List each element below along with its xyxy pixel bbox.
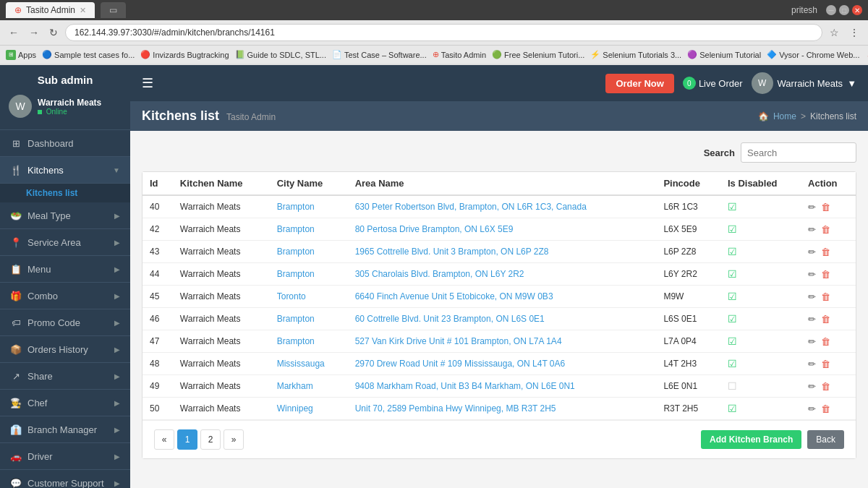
branch-manager-label: Branch Manager bbox=[27, 424, 97, 435]
bookmark-star[interactable]: ☆ bbox=[827, 25, 842, 40]
avatar: W bbox=[9, 95, 32, 118]
cell-area[interactable]: 60 Cottrelle Blvd. Unit 23 Brampton, ON … bbox=[348, 308, 657, 330]
cell-city[interactable]: Brampton bbox=[270, 330, 348, 353]
cell-area[interactable]: Unit 70, 2589 Pembina Hwy Winnipeg, MB R… bbox=[348, 398, 657, 420]
edit-icon[interactable]: ✏ bbox=[808, 403, 816, 414]
bookmark-7[interactable]: ⚡ Selenium Tutorials 3... bbox=[590, 50, 681, 59]
cell-city[interactable]: Brampton bbox=[270, 308, 348, 330]
cell-city[interactable]: Brampton bbox=[270, 263, 348, 286]
edit-icon[interactable]: ✏ bbox=[808, 336, 816, 347]
pagination-next[interactable]: » bbox=[224, 429, 244, 450]
delete-icon[interactable]: 🗑 bbox=[821, 269, 830, 280]
address-bar[interactable]: 162.144.39.97:3030/#/admin/kitchen/branc… bbox=[65, 24, 822, 41]
sidebar-item-kitchens-list[interactable]: Kitchens list bbox=[0, 184, 130, 202]
delete-icon[interactable]: 🗑 bbox=[821, 314, 830, 325]
cell-area[interactable]: 6640 Finch Avenue Unit 5 Etobicoke, ON M… bbox=[348, 286, 657, 308]
edit-icon[interactable]: ✏ bbox=[808, 224, 816, 235]
cell-city[interactable]: Brampton bbox=[270, 218, 348, 241]
kitchens-icon: 🍴 bbox=[10, 164, 22, 176]
delete-icon[interactable]: 🗑 bbox=[821, 359, 830, 369]
sidebar-item-service-area[interactable]: 📍 Service Area ▶ bbox=[0, 229, 130, 256]
bookmark-3[interactable]: 📗 Guide to SDLC, STL... bbox=[235, 50, 326, 59]
sidebar-item-meal-type[interactable]: 🥗 Meal Type ▶ bbox=[0, 202, 130, 229]
pagination-prev[interactable]: « bbox=[154, 429, 174, 450]
delete-icon[interactable]: 🗑 bbox=[821, 291, 830, 302]
chef-label: Chef bbox=[27, 398, 47, 408]
sidebar-item-kitchens[interactable]: 🍴 Kitchens ▼ bbox=[0, 157, 130, 184]
live-order-button[interactable]: 0 Live Order bbox=[683, 77, 743, 90]
bookmark-8[interactable]: 🟣 Selenium Tutorial bbox=[687, 50, 761, 59]
dashboard-icon: ⊞ bbox=[10, 137, 22, 149]
inactive-tab[interactable]: ▭ bbox=[101, 2, 126, 18]
delete-icon[interactable]: 🗑 bbox=[821, 202, 830, 213]
bookmark-2[interactable]: 🔴 Invizards Bugtracking bbox=[140, 50, 229, 59]
back-nav-button[interactable]: ← bbox=[6, 25, 22, 40]
sidebar-item-driver[interactable]: 🚗 Driver ▶ bbox=[0, 443, 130, 470]
cell-action: ✏ 🗑 bbox=[801, 218, 856, 241]
maximize-button[interactable]: □ bbox=[839, 5, 849, 15]
sidebar-item-dashboard[interactable]: ⊞ Dashboard bbox=[0, 130, 130, 157]
edit-icon[interactable]: ✏ bbox=[808, 202, 816, 213]
delete-icon[interactable]: 🗑 bbox=[821, 247, 830, 257]
edit-icon[interactable]: ✏ bbox=[808, 269, 816, 280]
cell-area[interactable]: 630 Peter Robertson Blvd, Brampton, ON L… bbox=[348, 195, 657, 218]
bookmark-apps[interactable]: ⊞ Apps bbox=[6, 50, 36, 60]
col-id: Id bbox=[142, 172, 173, 195]
settings-icon[interactable]: ⋮ bbox=[846, 25, 862, 40]
bookmark-9[interactable]: 🔷 Vysor - Chrome Web... bbox=[767, 50, 859, 59]
user-menu[interactable]: W Warraich Meats ▼ bbox=[752, 72, 856, 94]
delete-icon[interactable]: 🗑 bbox=[821, 381, 830, 392]
cell-area[interactable]: 527 Van Kirk Drive Unit # 101 Brampton, … bbox=[348, 330, 657, 353]
cell-area[interactable]: 2970 Drew Road Unit # 109 Mississauga, O… bbox=[348, 353, 657, 375]
pagination-page-2[interactable]: 2 bbox=[200, 429, 221, 450]
tab-close-icon[interactable]: ✕ bbox=[80, 6, 86, 15]
bookmark-1[interactable]: 🔵 Sample test cases fo... bbox=[42, 50, 135, 59]
edit-icon[interactable]: ✏ bbox=[808, 381, 816, 392]
refresh-button[interactable]: ↻ bbox=[46, 25, 61, 40]
cell-city[interactable]: Winnipeg bbox=[270, 398, 348, 420]
close-button[interactable]: ✕ bbox=[852, 5, 862, 15]
cell-city[interactable]: Brampton bbox=[270, 195, 348, 218]
sidebar-item-share[interactable]: ↗ Share ▶ bbox=[0, 363, 130, 390]
sidebar-item-chef[interactable]: 👨‍🍳 Chef ▶ bbox=[0, 390, 130, 416]
pagination-page-1[interactable]: 1 bbox=[177, 429, 197, 450]
cell-city[interactable]: Brampton bbox=[270, 241, 348, 263]
cell-area[interactable]: 1965 Cottrelle Blvd. Unit 3 Brampton, ON… bbox=[348, 241, 657, 263]
cell-area[interactable]: 80 Pertosa Drive Brampton, ON L6X 5E9 bbox=[348, 218, 657, 241]
edit-icon[interactable]: ✏ bbox=[808, 359, 816, 369]
edit-icon[interactable]: ✏ bbox=[808, 291, 816, 302]
cell-city[interactable]: Markham bbox=[270, 375, 348, 398]
forward-nav-button[interactable]: → bbox=[26, 25, 42, 40]
content-area: Search Id Kitchen Name City Name Area Na… bbox=[130, 131, 868, 471]
active-tab[interactable]: ⊕ Tasito Admin ✕ bbox=[6, 2, 95, 18]
cell-area[interactable]: 9408 Markham Road, Unit B3 B4 Markham, O… bbox=[348, 375, 657, 398]
back-button[interactable]: Back bbox=[807, 430, 844, 449]
order-now-button[interactable]: Order Now bbox=[605, 74, 673, 93]
bookmark-10[interactable]: 🔺 17 Testing Tools for... bbox=[865, 50, 868, 59]
add-kitchen-button[interactable]: Add Kitchen Branch bbox=[701, 430, 801, 449]
sidebar-item-orders-history[interactable]: 📦 Orders History ▶ bbox=[0, 336, 130, 363]
edit-icon[interactable]: ✏ bbox=[808, 247, 816, 257]
bookmark-6[interactable]: 🟢 Free Selenium Tutori... bbox=[492, 50, 584, 59]
sidebar-item-branch-manager[interactable]: 👔 Branch Manager ▶ bbox=[0, 416, 130, 443]
cell-city[interactable]: Toronto bbox=[270, 286, 348, 308]
bookmark-5[interactable]: ⊕ Tasito Admin bbox=[433, 50, 486, 59]
minimize-button[interactable]: ─ bbox=[826, 5, 836, 15]
delete-icon[interactable]: 🗑 bbox=[821, 224, 830, 235]
search-input[interactable] bbox=[741, 142, 856, 163]
edit-icon[interactable]: ✏ bbox=[808, 314, 816, 325]
cell-city[interactable]: Mississauga bbox=[270, 353, 348, 375]
branch-manager-icon: 👔 bbox=[10, 424, 22, 435]
new-tab-icon: ▭ bbox=[109, 5, 117, 15]
sidebar-item-combo[interactable]: 🎁 Combo ▶ bbox=[0, 283, 130, 309]
sidebar-item-menu[interactable]: 📋 Menu ▶ bbox=[0, 256, 130, 283]
delete-icon[interactable]: 🗑 bbox=[821, 336, 830, 347]
bookmark-4[interactable]: 📄 Test Case – Software... bbox=[332, 50, 427, 59]
sidebar-item-promo-code[interactable]: 🏷 Promo Code ▶ bbox=[0, 309, 130, 336]
delete-icon[interactable]: 🗑 bbox=[821, 403, 830, 414]
sidebar-item-customer-support[interactable]: 💬 Customer Support ▶ bbox=[0, 470, 130, 488]
hamburger-icon[interactable]: ☰ bbox=[142, 75, 153, 91]
page-title-area: Kitchens list Tasito Admin bbox=[142, 108, 276, 124]
breadcrumb-home[interactable]: Home bbox=[773, 111, 796, 121]
cell-area[interactable]: 305 Charolais Blvd. Brampton, ON L6Y 2R2 bbox=[348, 263, 657, 286]
